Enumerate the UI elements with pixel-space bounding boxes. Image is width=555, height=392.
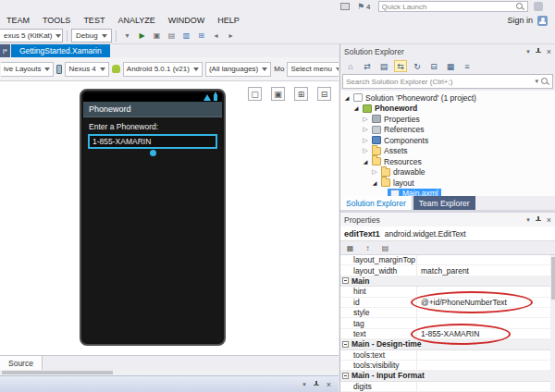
close-icon[interactable]: × [327, 380, 331, 389]
document-tab-partial[interactable]: l* [0, 44, 10, 57]
category-row-main-input-format[interactable]: Main - Input Format [340, 371, 555, 381]
navigate-forward-icon[interactable]: ▸ [225, 30, 238, 43]
collapsed-arrow-icon[interactable]: ▷ [371, 168, 378, 176]
open-file-icon[interactable]: ▤ [166, 30, 179, 43]
notifications-flag-icon[interactable]: ⚑ [357, 2, 364, 11]
tree-item-phoneword[interactable]: ◢Phoneword [340, 104, 555, 115]
bottom-panel-bar[interactable]: ▾ × [0, 375, 339, 392]
navigate-back-icon[interactable]: ◂ [210, 30, 223, 43]
sign-in-link[interactable]: Sign in [507, 16, 533, 25]
category-row-main-design-time[interactable]: Main - Design-time [340, 339, 555, 349]
start-icon[interactable]: ▶ [136, 30, 149, 43]
android-device-preview[interactable]: Phoneword Enter a Phoneword: 1-855-XAMAR… [80, 89, 226, 346]
expanded-arrow-icon[interactable]: ◢ [352, 104, 360, 112]
property-pages-icon[interactable]: ▤ [379, 242, 391, 253]
menu-item-analyze[interactable]: ANALYZE [111, 13, 161, 28]
refresh-icon[interactable]: ↻ [411, 60, 424, 72]
property-value[interactable] [416, 350, 555, 360]
tab-solution-explorer[interactable]: Solution Explorer [340, 196, 413, 210]
tab-team-explorer[interactable]: Team Explorer [413, 196, 475, 210]
notification-count[interactable]: 4 [366, 3, 370, 11]
quick-launch-box[interactable]: Quick Launch [378, 1, 528, 12]
expanded-arrow-icon[interactable]: ◢ [343, 94, 351, 102]
designer-canvas[interactable]: ▢▣⊞⊟ Phoneword Enter a Phoneword: 1-855-… [0, 81, 339, 355]
save-icon[interactable]: ▥ [180, 30, 193, 43]
property-value[interactable] [416, 318, 555, 327]
collapsed-arrow-icon[interactable]: ▷ [362, 137, 369, 144]
collapsed-arrow-icon[interactable]: ▷ [362, 126, 369, 133]
pin-icon[interactable] [535, 47, 542, 55]
phone-screen[interactable]: Enter a Phoneword: 1-855-XAMARIN [83, 117, 222, 342]
language-combo[interactable]: (All languages) [205, 62, 271, 77]
property-value[interactable] [416, 361, 555, 370]
horizontal-scrollbar[interactable] [0, 370, 339, 375]
chevron-down-icon[interactable]: ▾ [526, 48, 530, 55]
property-value[interactable]: match_parent [416, 265, 555, 275]
menu-item-team[interactable]: TEAM [0, 13, 36, 28]
user-icon[interactable] [537, 16, 548, 26]
configuration-combo[interactable]: Debug [71, 29, 112, 43]
document-tab-active[interactable]: GettingStarted.Xamarin [11, 44, 110, 57]
device-portrait-icon[interactable] [56, 65, 62, 74]
solution-explorer-header[interactable]: Solution Explorer ▾ × [340, 44, 555, 58]
menu-item-tools[interactable]: TOOLS [36, 13, 77, 28]
close-icon[interactable]: × [547, 47, 551, 56]
tab-source[interactable]: Source [0, 356, 43, 370]
collapse-category-icon[interactable] [342, 341, 349, 348]
zoom-in-button[interactable]: ⊞ [294, 87, 308, 101]
phone-number-edittext[interactable]: 1-855-XAMARIN [88, 134, 217, 149]
menu-item-window[interactable]: WINDOW [162, 13, 212, 28]
sync-active-document-icon[interactable]: ⇆ [394, 60, 407, 72]
show-all-files-icon[interactable]: ▦ [444, 60, 457, 72]
save-all-icon[interactable]: ⊞ [195, 30, 208, 43]
properties-icon[interactable]: ≡ [461, 60, 474, 72]
property-value[interactable]: @+id/PhoneNumberText [416, 298, 555, 307]
tree-item-references[interactable]: ▷References [340, 125, 555, 136]
select-menu-combo[interactable]: Select menu [287, 62, 339, 77]
property-value[interactable] [416, 382, 555, 391]
expanded-arrow-icon[interactable]: ◢ [371, 179, 378, 187]
menu-item-test[interactable]: TEST [77, 13, 111, 28]
expanded-arrow-icon[interactable]: ◢ [362, 158, 369, 165]
phoneword-label[interactable]: Enter a Phoneword: [89, 122, 216, 131]
tree-item-drawable[interactable]: ▷drawable [340, 167, 555, 178]
vertical-scrollbar[interactable] [550, 255, 555, 392]
pending-changes-icon[interactable]: ▤ [377, 60, 390, 72]
tree-item-main-axml[interactable]: Main.axml [340, 189, 555, 197]
device-combo[interactable]: exus 5 (KitKat) [0, 29, 63, 43]
collapsed-arrow-icon[interactable]: ▷ [362, 116, 369, 123]
zoom-actual-button[interactable]: ▣ [271, 87, 285, 101]
tree-item-properties[interactable]: ▷Properties [340, 114, 555, 125]
collapse-category-icon[interactable] [342, 373, 349, 379]
collapse-category-icon[interactable] [342, 277, 349, 284]
property-value[interactable] [416, 308, 555, 317]
collapsed-arrow-icon[interactable]: ▷ [362, 147, 369, 154]
device-selector-combo[interactable]: Nexus 4 [65, 62, 108, 77]
switch-views-icon[interactable]: ⇄ [361, 60, 374, 72]
text-cursor-handle[interactable] [150, 150, 156, 156]
scrollbar-thumb[interactable] [2, 371, 113, 374]
property-value[interactable]: 1-855-XAMARIN [416, 329, 555, 338]
tree-item-layout[interactable]: ◢layout [340, 178, 555, 189]
chevron-down-icon[interactable]: ▾ [526, 216, 530, 224]
tree-item-solution-phoneword-1-project[interactable]: ◢Solution 'Phoneword' (1 project) [340, 92, 555, 104]
property-value[interactable] [416, 287, 555, 296]
home-icon[interactable]: ⌂ [344, 60, 357, 72]
options-dropdown-icon[interactable]: ▾ [121, 30, 134, 43]
category-row-main[interactable]: Main [340, 276, 555, 287]
android-version-combo[interactable]: Android 5.0.1 (v21) [123, 62, 203, 77]
menu-item-help[interactable]: HELP [211, 13, 246, 28]
solution-search-box[interactable]: Search Solution Explorer (Ctrl+;) ▾ [342, 74, 553, 89]
new-file-icon[interactable]: ▣ [151, 30, 164, 43]
pin-icon[interactable] [535, 215, 542, 224]
zoom-fit-button[interactable]: ▢ [248, 87, 262, 101]
pin-icon[interactable] [313, 380, 320, 388]
scrollbar-thumb[interactable] [551, 257, 555, 300]
alphabetical-icon[interactable]: ↕ [362, 242, 374, 253]
categorized-icon[interactable]: ▦ [344, 242, 356, 253]
collapse-all-icon[interactable]: ⊟ [427, 60, 440, 72]
properties-header[interactable]: Properties ▾ × [340, 213, 555, 227]
feedback-icon[interactable] [534, 2, 543, 11]
zoom-out-button[interactable]: ⊟ [317, 87, 331, 101]
tree-item-resources[interactable]: ◢Resources [340, 156, 555, 167]
